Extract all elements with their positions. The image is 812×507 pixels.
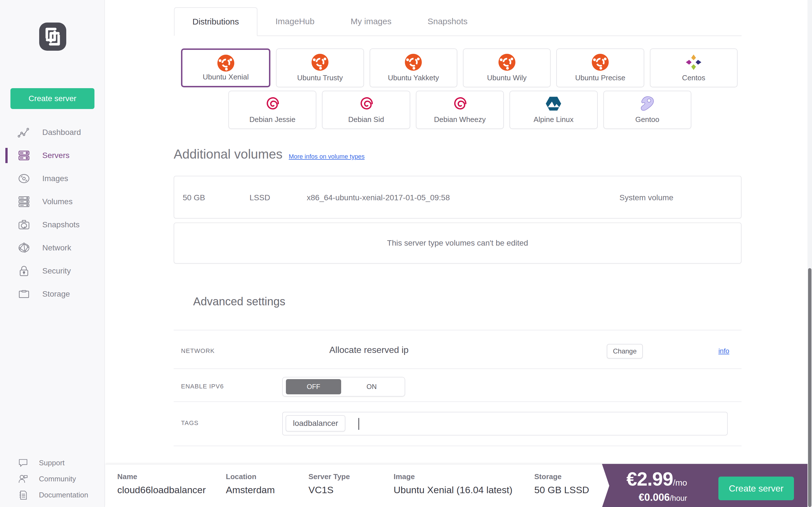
additional-volumes-title: Additional volumes <box>174 147 283 162</box>
sidebar-item-label: Documentation <box>39 491 88 499</box>
distro-card-ubuntu-wily[interactable]: Ubuntu Wily <box>463 48 551 87</box>
ipv6-toggle-on[interactable]: ON <box>341 379 402 394</box>
centos-logo-icon <box>685 54 702 71</box>
tab-my-images[interactable]: My images <box>333 7 409 36</box>
hourly-price-suffix: /hour <box>670 494 687 503</box>
sidebar-item-network[interactable]: Network <box>0 236 105 260</box>
sidebar-item-label: Dashboard <box>42 128 81 137</box>
distro-card-ubuntu-precise[interactable]: Ubuntu Precise <box>556 48 644 87</box>
sidebar-item-label: Network <box>42 243 71 252</box>
servers-icon <box>17 149 31 163</box>
volume-type: LSSD <box>250 193 270 202</box>
distro-card-debian-jessie[interactable]: Debian Jessie <box>229 91 316 129</box>
distro-card-ubuntu-trusty[interactable]: Ubuntu Trusty <box>276 48 364 87</box>
tag-chip[interactable]: loadbalancer <box>286 415 345 432</box>
distro-card-gentoo[interactable]: Gentoo <box>603 91 691 129</box>
hourly-price: €0.006 <box>639 492 670 503</box>
ipv6-toggle[interactable]: OFF ON <box>282 377 405 397</box>
sidebar-item-label: Support <box>39 459 64 467</box>
volume-size: 50 GB <box>183 193 205 202</box>
summary-label: Server Type <box>308 472 350 481</box>
ubuntu-logo-icon <box>217 54 235 72</box>
distro-card-ubuntu-yakkety[interactable]: Ubuntu Yakkety <box>370 48 457 87</box>
ubuntu-logo-icon <box>498 54 516 71</box>
advanced-settings-title: Advanced settings <box>193 295 285 308</box>
summary-label: Storage <box>534 472 589 481</box>
divider <box>174 330 742 330</box>
distribution-cards-row-2: Debian Jessie Debian Sid Debian Wheezy A… <box>229 91 691 129</box>
distro-card-label: Ubuntu Trusty <box>297 73 343 82</box>
sidebar-item-snapshots[interactable]: Snapshots <box>0 213 105 236</box>
sidebar-item-label: Storage <box>42 290 70 298</box>
distro-card-alpine-linux[interactable]: Alpine Linux <box>509 91 598 129</box>
support-chat-icon <box>17 457 29 469</box>
summary-value: Ubuntu Xenial (16.04 latest) <box>394 485 512 496</box>
divider <box>174 446 742 446</box>
sidebar-footer: Support Community <box>0 455 105 503</box>
summary-storage: Storage 50 GB LSSD <box>534 472 589 496</box>
sidebar-item-support[interactable]: Support <box>0 455 105 471</box>
scrollbar-track[interactable] <box>808 0 812 507</box>
sidebar-item-security[interactable]: Security <box>0 260 105 283</box>
ipv6-toggle-off[interactable]: OFF <box>286 379 341 394</box>
change-network-button[interactable]: Change <box>607 344 643 358</box>
distro-card-label: Ubuntu Yakkety <box>388 73 439 82</box>
system-volume-row: 50 GB LSSD x86_64-ubuntu-xenial-2017-01-… <box>174 176 742 219</box>
distro-card-label: Ubuntu Xenial <box>203 73 249 81</box>
images-icon <box>17 172 31 186</box>
sidebar-item-label: Security <box>42 267 71 276</box>
distro-card-ubuntu-xenial[interactable]: Ubuntu Xenial <box>181 48 270 87</box>
network-label: NETWORK <box>181 347 214 355</box>
sidebar-item-storage[interactable]: Storage <box>0 283 105 305</box>
sidebar-item-label: Community <box>39 474 76 483</box>
debian-logo-icon <box>452 96 468 112</box>
sidebar-item-images[interactable]: Images <box>0 167 105 190</box>
distro-card-debian-wheezy[interactable]: Debian Wheezy <box>416 91 504 129</box>
tab-distributions[interactable]: Distributions <box>174 7 257 36</box>
distro-card-centos[interactable]: Centos <box>650 48 738 87</box>
sidebar-item-label: Volumes <box>42 197 72 206</box>
security-lock-icon <box>17 264 31 278</box>
monthly-price-suffix: /mo <box>673 478 687 487</box>
tab-snapshots[interactable]: Snapshots <box>409 7 486 36</box>
summary-location: Location Amsterdam <box>226 472 275 496</box>
summary-label: Name <box>117 472 206 481</box>
network-info-link[interactable]: info <box>718 347 729 355</box>
sidebar-item-community[interactable]: Community <box>0 471 105 487</box>
network-setting-value: Allocate reserved ip <box>329 345 409 355</box>
sidebar-item-dashboard[interactable]: Dashboard <box>0 121 105 144</box>
storage-box-icon <box>17 287 31 301</box>
volume-role: System volume <box>619 193 673 202</box>
ipv6-label: ENABLE IPV6 <box>181 383 224 390</box>
snapshots-icon <box>17 218 31 232</box>
create-server-submit-button[interactable]: Create server <box>718 476 794 500</box>
tab-imagehub[interactable]: ImageHub <box>257 7 333 36</box>
sidebar-item-label: Images <box>42 174 68 183</box>
distro-card-debian-sid[interactable]: Debian Sid <box>322 91 410 129</box>
documentation-icon <box>17 489 29 501</box>
summary-bar: Name cloud66loadbalancer Location Amster… <box>105 464 812 507</box>
ubuntu-logo-icon <box>592 54 609 71</box>
distro-card-label: Debian Sid <box>348 115 384 124</box>
price-display: €2.99/mo €0.006/hour <box>614 468 687 503</box>
sidebar-item-servers[interactable]: Servers <box>0 144 105 167</box>
sidebar-create-server-button[interactable]: Create server <box>10 88 94 109</box>
monthly-price: €2.99 <box>626 468 673 490</box>
community-person-icon <box>17 473 29 485</box>
summary-value: VC1S <box>308 485 350 496</box>
divider <box>174 369 742 369</box>
additional-volumes-section-header: Additional volumes More infos on volume … <box>174 147 364 162</box>
volume-types-info-link[interactable]: More infos on volume types <box>289 153 364 160</box>
scrollbar-thumb[interactable] <box>808 268 811 507</box>
dashboard-icon <box>17 125 31 139</box>
summary-value: 50 GB LSSD <box>534 485 589 496</box>
sidebar-item-documentation[interactable]: Documentation <box>0 487 105 503</box>
sidebar-nav: Dashboard Servers Im <box>0 121 105 305</box>
sidebar-item-volumes[interactable]: Volumes <box>0 190 105 213</box>
ubuntu-logo-icon <box>311 54 329 71</box>
tags-input[interactable]: loadbalancer <box>282 412 728 436</box>
volume-image-name: x86_64-ubuntu-xenial-2017-01-05_09:58 <box>307 193 450 202</box>
network-icon <box>17 241 31 255</box>
volumes-icon <box>17 194 31 209</box>
volumes-notice: This server type volumes can't be edited <box>174 223 742 264</box>
